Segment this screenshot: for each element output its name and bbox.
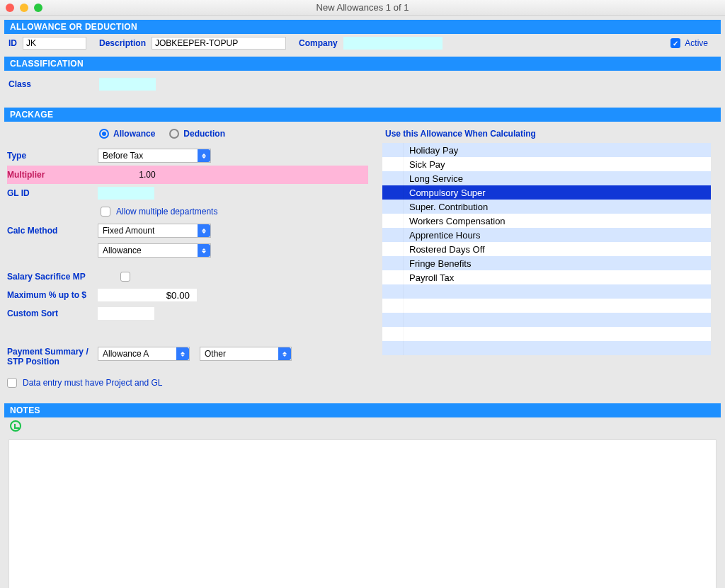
multiplier-input[interactable] (98, 170, 197, 180)
classification-row: Class (4, 71, 721, 108)
history-icon[interactable] (10, 420, 21, 432)
chevron-updown-icon (176, 347, 189, 360)
payment-summary-row: Payment Summary / STP Position Allowance… (7, 344, 368, 369)
calc-item-check-column (382, 200, 404, 214)
calc-list-item[interactable]: Rostered Days Off (382, 242, 711, 256)
id-input[interactable] (23, 37, 86, 50)
chevron-updown-icon (198, 244, 210, 257)
max-pct-row: Maximum % up to $ (7, 286, 368, 304)
active-label: Active (685, 38, 708, 48)
calc-list-item[interactable]: Holiday Pay (382, 143, 711, 157)
data-entry-checkbox[interactable] (7, 378, 17, 388)
calc-list-item[interactable]: Compulsory Super (382, 185, 711, 200)
allow-multi-dept-row: Allow multiple departments (7, 202, 368, 221)
calc-item-check-column (382, 284, 404, 299)
section-allowance-or-deduction: ALLOWANCE OR DEDUCTION (4, 20, 721, 34)
calc-subtype-select[interactable]: Allowance (98, 243, 211, 258)
calc-item-label: Holiday Pay (409, 145, 458, 156)
gl-id-label: GL ID (7, 188, 98, 198)
custom-sort-row: Custom Sort (7, 304, 368, 323)
active-checkbox[interactable]: ✓ (670, 38, 680, 48)
calc-subtype-row: Allowance (7, 241, 368, 260)
radio-deduction[interactable] (169, 129, 179, 139)
custom-sort-input[interactable] (98, 307, 154, 320)
calc-method-select[interactable]: Fixed Amount (98, 224, 211, 238)
payment-summary-select-2[interactable]: Other (200, 347, 292, 361)
notes-toolbar (4, 417, 721, 437)
company-input[interactable] (343, 37, 443, 50)
section-classification: CLASSIFICATION (4, 57, 721, 71)
calc-list-item[interactable] (382, 327, 711, 341)
calc-list-item[interactable] (382, 299, 711, 313)
calc-method-row: Calc Method Fixed Amount (7, 221, 368, 241)
calc-list: Holiday PaySick PayLong ServiceCompulsor… (382, 143, 711, 355)
company-label: Company (299, 38, 338, 48)
salary-sacrifice-row: Salary Sacrifice MP (7, 267, 368, 286)
payment-summary-select[interactable]: Allowance A (98, 347, 190, 361)
calc-item-label: Long Service (409, 173, 463, 184)
calc-item-check-column (382, 270, 404, 284)
chevron-updown-icon (278, 347, 291, 360)
calc-list-item[interactable]: Sick Pay (382, 157, 711, 171)
notes-textarea[interactable] (8, 439, 717, 588)
calc-list-item[interactable]: Apprentice Hours (382, 228, 711, 242)
calc-item-label: Rostered Days Off (409, 244, 485, 255)
calc-list-item[interactable] (382, 341, 711, 355)
calc-item-label: Workers Compensation (409, 216, 506, 226)
allow-multi-dept-label: Allow multiple departments (116, 207, 217, 217)
calc-item-check-column (382, 327, 404, 341)
type-row: Type Before Tax (7, 146, 368, 166)
calc-method-label: Calc Method (7, 226, 98, 236)
payment-summary-value-2: Other (205, 349, 226, 359)
class-label: Class (8, 79, 93, 89)
header-row: ID Description Company ✓ Active (4, 34, 721, 52)
calc-item-label: Compulsory Super (409, 188, 486, 198)
radio-allowance-label: Allowance (113, 129, 155, 139)
calc-list-item[interactable]: Workers Compensation (382, 214, 711, 228)
chevron-updown-icon (198, 149, 210, 162)
calc-item-label: Fringe Benefits (409, 258, 471, 269)
calc-list-item[interactable]: Super. Contribution (382, 200, 711, 214)
payment-summary-label: Payment Summary / STP Position (7, 347, 98, 367)
calc-item-check-column (382, 299, 404, 313)
multiplier-label: Multiplier (7, 170, 98, 180)
salary-sacrifice-label: Salary Sacrifice MP (7, 272, 120, 282)
window-title: New Allowances 1 of 1 (0, 2, 725, 13)
salary-sacrifice-checkbox[interactable] (120, 272, 130, 282)
calc-list-title: Use this Allowance When Calculating (382, 126, 711, 143)
radio-allowance[interactable] (99, 129, 109, 139)
section-notes: NOTES (4, 403, 721, 417)
type-label: Type (7, 151, 98, 161)
calc-item-check-column (382, 185, 404, 200)
calc-list-item[interactable] (382, 313, 711, 327)
allow-multi-dept-checkbox[interactable] (101, 207, 110, 217)
calc-item-check-column (382, 313, 404, 327)
calc-list-item[interactable]: Long Service (382, 171, 711, 185)
type-select-value: Before Tax (103, 151, 143, 161)
id-label: ID (8, 38, 17, 48)
calc-item-check-column (382, 143, 404, 157)
calc-item-check-column (382, 242, 404, 256)
max-pct-input[interactable] (98, 289, 197, 301)
calc-method-value: Fixed Amount (103, 226, 154, 236)
description-input[interactable] (152, 37, 286, 50)
radio-deduction-label: Deduction (183, 129, 225, 139)
calc-list-item[interactable]: Payroll Tax (382, 270, 711, 284)
type-select[interactable]: Before Tax (98, 149, 211, 163)
chevron-updown-icon (198, 224, 210, 237)
calc-item-check-column (382, 171, 404, 185)
calc-item-label: Sick Pay (409, 159, 445, 170)
allowance-deduction-radio-group: Allowance Deduction (7, 126, 368, 146)
custom-sort-label: Custom Sort (7, 309, 98, 318)
calc-list-item[interactable] (382, 284, 711, 299)
payment-summary-value: Allowance A (103, 349, 149, 359)
data-entry-label: Data entry must have Project and GL (23, 378, 162, 388)
gl-id-input[interactable] (98, 187, 154, 200)
calc-item-check-column (382, 214, 404, 228)
class-input[interactable] (99, 78, 156, 91)
data-entry-row: Data entry must have Project and GL (7, 374, 368, 392)
calc-list-item[interactable]: Fringe Benefits (382, 256, 711, 270)
max-pct-label: Maximum % up to $ (7, 290, 98, 300)
section-package: PACKAGE (4, 108, 721, 122)
window-titlebar: New Allowances 1 of 1 (0, 0, 725, 16)
